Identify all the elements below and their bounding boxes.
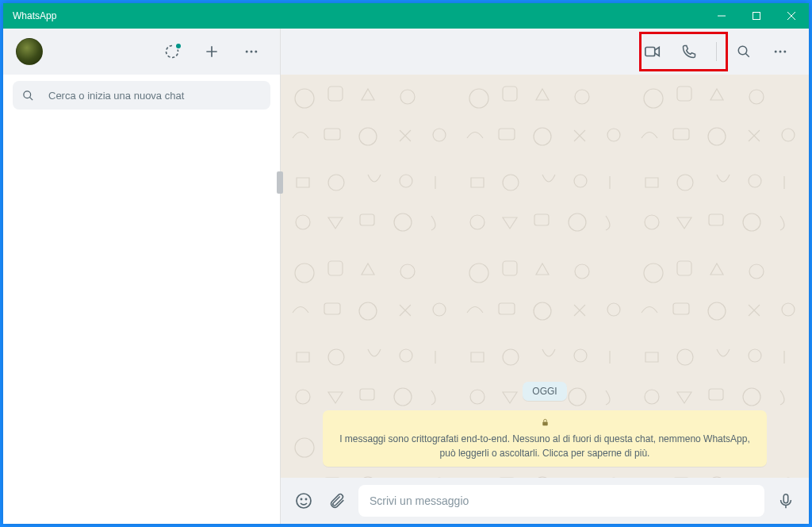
- search-box[interactable]: [13, 81, 270, 110]
- status-icon[interactable]: [156, 36, 188, 67]
- encryption-text: I messaggi sono crittografati end-to-end…: [335, 432, 754, 460]
- search-input[interactable]: [48, 90, 261, 102]
- new-chat-button[interactable]: [196, 36, 228, 67]
- date-pill: OGGI: [523, 382, 566, 401]
- conversation-panel: OGGI I messaggi sono crittografati end-t…: [281, 29, 809, 524]
- titlebar[interactable]: WhatsApp: [3, 3, 809, 29]
- composer: [281, 478, 809, 524]
- svg-point-13: [305, 498, 306, 499]
- svg-rect-10: [542, 422, 547, 426]
- conversation-header: [281, 29, 809, 75]
- svg-point-2: [251, 51, 253, 53]
- avatar[interactable]: [16, 38, 43, 65]
- chat-list[interactable]: [3, 116, 280, 524]
- mic-button[interactable]: [774, 489, 798, 513]
- chat-background[interactable]: OGGI I messaggi sono crittografati end-t…: [281, 75, 809, 478]
- search-in-chat-button[interactable]: [728, 36, 760, 67]
- encryption-banner[interactable]: I messaggi sono crittografati end-to-end…: [323, 410, 767, 467]
- app-window: WhatsApp: [3, 3, 809, 524]
- svg-point-7: [775, 51, 777, 53]
- svg-rect-0: [753, 13, 760, 20]
- sidebar: [3, 29, 281, 524]
- message-input-container[interactable]: [358, 485, 764, 517]
- message-input[interactable]: [370, 494, 753, 507]
- search-icon: [22, 90, 34, 102]
- svg-point-12: [301, 498, 301, 499]
- attach-button[interactable]: [325, 489, 349, 513]
- call-buttons-highlight: [639, 32, 728, 71]
- svg-point-1: [246, 51, 248, 53]
- svg-point-8: [779, 51, 782, 53]
- svg-point-4: [24, 90, 31, 98]
- svg-point-3: [255, 51, 257, 53]
- emoji-button[interactable]: [292, 489, 316, 513]
- close-button[interactable]: [774, 3, 809, 29]
- search-container: [3, 75, 280, 116]
- sidebar-menu-button[interactable]: [236, 36, 267, 67]
- svg-point-11: [297, 494, 311, 508]
- svg-point-9: [783, 51, 786, 53]
- lock-icon: [541, 417, 550, 427]
- svg-rect-14: [783, 494, 788, 503]
- window-title: WhatsApp: [13, 10, 704, 21]
- minimize-button[interactable]: [704, 3, 739, 29]
- svg-point-6: [738, 46, 747, 55]
- maximize-button[interactable]: [739, 3, 774, 29]
- scrollbar-thumb[interactable]: [277, 171, 283, 194]
- main-body: OGGI I messaggi sono crittografati end-t…: [3, 29, 809, 524]
- status-dot-icon: [176, 44, 181, 48]
- conversation-menu-button[interactable]: [764, 36, 796, 67]
- sidebar-header: [3, 29, 280, 75]
